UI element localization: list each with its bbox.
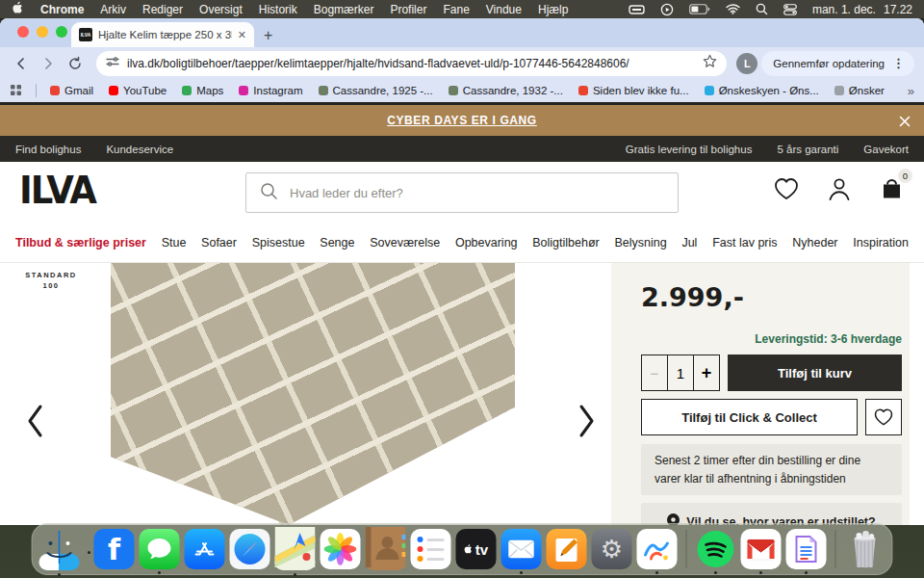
dock-facebook-icon[interactable]: f [94,529,135,569]
browser-menu-icon[interactable]: ⋮ [892,56,905,70]
wishlist-heart-icon[interactable] [773,176,800,205]
tab-close-icon[interactable]: ✕ [238,29,246,41]
utility-link[interactable]: Gratis levering til bolighus [626,144,753,155]
search-icon [260,182,278,204]
nav-item[interactable]: Fast lav pris [712,236,777,250]
banner-close-icon[interactable] [899,114,911,131]
utility-link[interactable]: Kundeservice [106,144,173,155]
menubar-item[interactable]: Arkiv [100,3,126,16]
dock-trash-icon[interactable] [845,529,886,569]
menubar-item[interactable]: Hjælp [538,3,568,16]
quantity-value[interactable]: 1 [667,355,694,391]
apps-grid-icon[interactable] [10,84,22,98]
promo-banner-link[interactable]: CYBER DAYS ER I GANG [387,114,537,127]
dock-gmail-icon[interactable] [741,529,782,569]
address-bar[interactable]: ilva.dk/boligtilbehoer/taepper/kelimtaep… [96,51,727,76]
menubar-item[interactable]: Vindue [486,3,522,16]
apple-menu-icon[interactable] [12,1,24,17]
bookmark-item[interactable]: YouTube [109,85,167,96]
window-close-button[interactable] [17,26,29,38]
bookmarks-overflow-icon[interactable]: » [908,84,914,98]
display-icon[interactable] [629,4,645,15]
utility-link[interactable]: Find bolighus [15,144,81,155]
bookmark-item[interactable]: Instagram [239,85,302,96]
dock-appstore-icon[interactable] [185,529,225,569]
favorite-button[interactable] [865,399,902,435]
dock-mail-icon[interactable] [501,529,542,569]
dock-appletv-icon[interactable]: tv [456,529,497,569]
nav-item[interactable]: Boligtilbehør [532,236,599,250]
dock-messages-icon[interactable] [140,529,180,569]
profile-avatar[interactable]: L [736,53,757,74]
nav-item[interactable]: Belysning [614,236,666,250]
spotlight-icon[interactable] [756,3,768,15]
dock-google-docs-icon[interactable] [786,529,827,569]
carousel-prev-button[interactable] [25,404,44,442]
add-to-cart-button[interactable]: Tilføj til kurv [728,355,902,391]
forward-button[interactable] [37,52,60,75]
quantity-decrease-button[interactable]: − [641,355,668,391]
dock-contacts-icon[interactable] [366,554,406,570]
bookmark-star-icon[interactable] [703,54,717,72]
menubar-item[interactable]: Oversigt [199,3,243,16]
utility-link[interactable]: Gavekort [863,144,909,155]
nav-item[interactable]: Stue [162,236,187,250]
window-minimize-button[interactable] [37,26,48,38]
menubar-clock[interactable]: man. 1. dec.17.22 [812,3,912,16]
account-icon[interactable] [827,176,852,205]
menubar-item[interactable]: Rediger [142,3,183,16]
dock-reminders-icon[interactable] [411,529,451,569]
promo-banner[interactable]: CYBER DAYS ER I GANG [0,105,924,136]
update-chrome-button[interactable]: Gennemfør opdatering ⋮ [761,51,914,76]
nav-item[interactable]: Soveværelse [370,236,440,250]
nav-item[interactable]: Inspiration [853,236,909,250]
bookmark-item[interactable]: Ønskeskyen - Øns... [705,85,819,96]
bookmark-item[interactable]: Cassandre, 1932 -... [449,85,563,96]
now-playing-icon[interactable] [660,3,674,16]
search-box[interactable] [245,172,679,213]
battery-icon[interactable] [689,4,710,14]
menubar-item[interactable]: Profiler [390,3,426,16]
dock-pages-icon[interactable] [547,529,587,569]
wifi-icon[interactable] [726,4,740,14]
menubar-app-name[interactable]: Chrome [40,3,84,16]
bookmark-item[interactable]: Gmail [50,85,93,96]
dock-freeform-icon[interactable] [637,529,678,569]
bookmark-item[interactable]: Cassandre, 1925 -... [319,85,433,96]
nav-item[interactable]: Opbevaring [455,236,518,250]
nav-item[interactable]: Sofaer [201,236,237,250]
dock-maps-icon[interactable] [275,554,316,570]
browser-tab[interactable]: ILVA Hjalte Kelim tæppe 250 x 350 ✕ [71,22,254,47]
carousel-next-button[interactable] [578,404,597,442]
dock-safari-icon[interactable] [230,529,270,569]
dock-photos-icon[interactable] [321,529,361,569]
nav-item[interactable]: Senge [320,236,354,250]
nav-item[interactable]: Spisestue [252,236,305,250]
bookmark-item[interactable]: Siden blev ikke fu... [578,85,689,96]
new-tab-button[interactable]: + [264,28,272,43]
control-center-icon[interactable] [783,4,797,15]
nav-item[interactable]: Nyheder [792,236,837,250]
utility-link[interactable]: 5 års garanti [777,144,838,155]
click-and-collect-button[interactable]: Tilføj til Click & Collect [641,399,858,435]
quantity-increase-button[interactable]: + [693,355,720,391]
product-image[interactable] [111,263,515,525]
window-zoom-button[interactable] [56,26,67,38]
cart-bag-icon[interactable]: 0 [879,175,905,205]
dock-spotify-icon[interactable] [696,529,736,569]
back-button[interactable] [10,52,33,75]
menubar-item[interactable]: Fane [443,3,469,16]
nav-item[interactable]: Jul [681,236,697,250]
dock-finder-icon[interactable] [39,554,80,570]
menubar-item[interactable]: Bogmærker [314,3,374,16]
site-settings-icon[interactable] [106,55,119,72]
menubar-item[interactable]: Historik [259,3,297,16]
store-display-link[interactable]: Vil du se, hvor varen er udstillet? [641,503,902,525]
nav-item[interactable]: Tilbud & særlige priser [15,236,146,250]
search-input[interactable] [288,185,664,201]
bookmark-item[interactable]: Maps [182,85,223,96]
reload-button[interactable] [64,52,87,75]
bookmark-item[interactable]: Ønsker [834,85,885,96]
site-logo[interactable]: ILVA [19,169,95,212]
dock-settings-icon[interactable]: ⚙ [592,529,632,569]
